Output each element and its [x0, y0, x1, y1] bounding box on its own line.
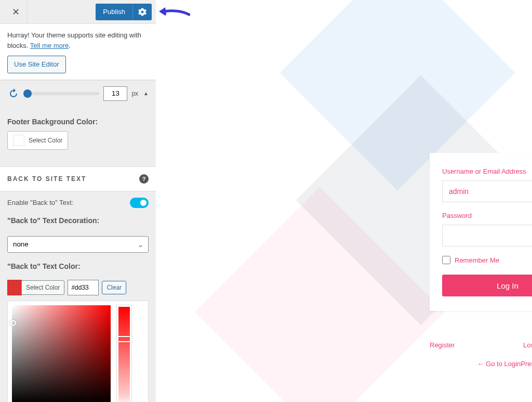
register-link[interactable]: Register [430, 341, 455, 349]
remember-me-checkbox[interactable] [442, 256, 450, 264]
footer-bg-select-color-button[interactable]: Select Color [7, 131, 68, 150]
password-label: Password [442, 212, 532, 219]
enable-back-to-label: Enable "Back to" Text: [7, 199, 74, 206]
font-size-unit: px [131, 90, 138, 97]
login-form-card: Username or Email Address Password Remem… [430, 153, 532, 311]
login-preview-area: Username or Email Address Password Remem… [156, 0, 532, 402]
font-size-slider[interactable] [24, 92, 99, 95]
back-to-site-link[interactable]: ← Go to LoginPress [430, 360, 532, 368]
back-to-decoration-label: "Back to" Text Decoration: [7, 216, 149, 225]
enable-back-to-toggle[interactable] [130, 198, 149, 208]
back-to-decoration-select[interactable]: none [7, 236, 149, 253]
help-icon[interactable]: ? [139, 174, 149, 184]
username-input[interactable] [442, 180, 532, 202]
back-to-site-section-header: BACK TO SITE TEXT ? [0, 166, 156, 191]
saturation-handle[interactable] [10, 320, 16, 326]
login-submit-button[interactable]: Log In [442, 275, 532, 296]
saturation-picker[interactable] [12, 305, 111, 403]
hue-handle[interactable] [116, 336, 132, 342]
use-site-editor-button[interactable]: Use Site Editor [7, 56, 66, 73]
color-picker-panel [7, 301, 149, 403]
back-to-site-heading: BACK TO SITE TEXT [7, 175, 86, 183]
arrow-icon [158, 5, 190, 20]
gear-icon [138, 8, 147, 16]
undo-icon [8, 88, 19, 99]
hue-strip[interactable] [117, 305, 131, 403]
reset-font-size-button[interactable] [7, 87, 20, 100]
publish-button[interactable]: Publish [96, 4, 132, 20]
back-to-color-swatch [7, 280, 22, 295]
lost-password-link[interactable]: Lost your password? [523, 341, 532, 349]
username-label: Username or Email Address [442, 167, 532, 175]
select-color-button[interactable]: Select Color [21, 280, 64, 295]
collapse-caret-icon[interactable]: ▲ [143, 90, 149, 96]
site-editing-notice: Hurray! Your theme supports site editing… [0, 24, 156, 80]
color-hex-input[interactable] [68, 280, 99, 295]
footer-bg-swatch [13, 135, 24, 146]
slider-thumb[interactable] [23, 89, 32, 98]
remember-me-label: Remember Me [455, 256, 499, 264]
annotation-arrow [158, 5, 190, 21]
footer-bg-label: Footer Background Color: [7, 118, 149, 126]
clear-color-button[interactable]: Clear [102, 281, 126, 294]
back-to-color-label: "Back to" Text Color: [7, 262, 149, 270]
close-customizer-button[interactable]: ✕ [4, 0, 28, 23]
tell-me-more-link[interactable]: Tell me more [30, 42, 69, 49]
settings-gear-button[interactable] [132, 4, 152, 20]
font-size-input[interactable] [103, 86, 127, 101]
notice-text: Hurray! Your theme supports site editing… [7, 31, 141, 49]
password-input[interactable] [442, 225, 532, 247]
